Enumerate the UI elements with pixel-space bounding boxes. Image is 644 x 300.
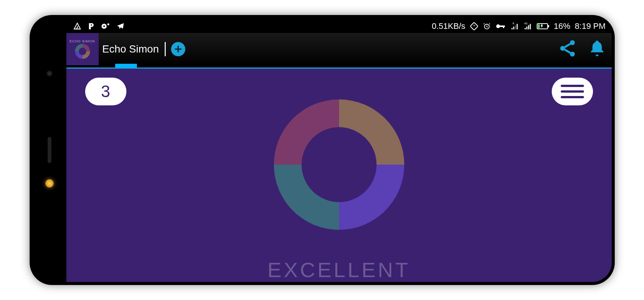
svg-rect-14 — [524, 28, 525, 30]
phone-bezel-left — [33, 18, 66, 282]
svg-point-5 — [496, 24, 500, 28]
app-icon-ring — [75, 44, 90, 59]
signal-1-icon: R — [510, 22, 519, 30]
battery-icon — [537, 23, 549, 30]
app-title: Echo Simon — [102, 43, 159, 55]
battery-pct: 16% — [554, 21, 570, 31]
score-value: 3 — [101, 82, 110, 101]
share-icon — [558, 39, 577, 58]
svg-point-23 — [570, 52, 575, 57]
app-icon[interactable]: ECHO SIMON — [66, 33, 99, 65]
svg-rect-11 — [515, 25, 516, 29]
notifications-button[interactable] — [588, 39, 606, 59]
svg-text:R: R — [512, 22, 514, 25]
screen: 0.51KB/s R 4G 16% 8:19 PM ECHO SIMON E — [66, 18, 612, 282]
simon-ring[interactable] — [251, 95, 427, 234]
triangle-icon — [73, 22, 81, 30]
bell-icon — [588, 39, 606, 58]
rotate-lock-icon — [470, 22, 478, 30]
status-left — [73, 22, 125, 30]
svg-point-21 — [570, 40, 575, 45]
status-right: 0.51KB/s R 4G 16% 8:19 PM — [432, 21, 605, 31]
front-camera — [47, 70, 53, 76]
disc-icon — [101, 22, 110, 30]
menu-button[interactable] — [552, 78, 593, 105]
svg-rect-9 — [511, 28, 512, 30]
svg-text:4G: 4G — [524, 22, 527, 25]
app-icon-label: ECHO SIMON — [69, 39, 95, 43]
phone-frame: 0.51KB/s R 4G 16% 8:19 PM ECHO SIMON E — [30, 15, 615, 285]
alarm-icon — [483, 22, 491, 30]
tab-indicator — [115, 64, 137, 68]
simon-pad-top-right[interactable] — [339, 99, 404, 165]
svg-rect-16 — [528, 25, 529, 29]
svg-rect-17 — [530, 24, 531, 30]
sensor-light — [45, 179, 54, 188]
phone-inner: 0.51KB/s R 4G 16% 8:19 PM ECHO SIMON E — [33, 18, 612, 282]
svg-rect-7 — [503, 26, 504, 28]
plus-icon — [174, 45, 182, 53]
header-divider — [165, 42, 166, 56]
simon-pad-top-left[interactable] — [274, 99, 339, 165]
telegram-icon — [116, 22, 125, 30]
svg-rect-19 — [548, 25, 549, 27]
speaker — [48, 137, 51, 163]
phone-notch — [292, 18, 352, 21]
svg-point-1 — [103, 26, 105, 27]
signal-2-icon: 4G — [523, 22, 532, 30]
p-icon — [87, 22, 95, 30]
vpn-key-icon — [495, 22, 506, 30]
add-button[interactable] — [171, 42, 185, 56]
svg-point-22 — [560, 46, 565, 51]
app-header: ECHO SIMON Echo Simon — [66, 33, 612, 65]
hamburger-icon — [561, 85, 584, 87]
svg-point-2 — [107, 23, 109, 25]
svg-rect-12 — [516, 24, 518, 30]
feedback-text: EXCELLENT — [267, 258, 410, 282]
game-area: 3 E — [66, 69, 612, 282]
data-rate: 0.51KB/s — [432, 21, 465, 31]
simon-pad-bottom-left[interactable] — [274, 165, 339, 230]
share-button[interactable] — [558, 39, 577, 60]
simon-pad-bottom-right[interactable] — [339, 165, 404, 230]
svg-rect-15 — [526, 27, 527, 29]
score-pill: 3 — [85, 78, 126, 105]
svg-rect-20 — [538, 24, 540, 28]
tab-strip — [66, 65, 612, 68]
clock: 8:19 PM — [575, 21, 606, 31]
svg-rect-10 — [513, 27, 514, 29]
